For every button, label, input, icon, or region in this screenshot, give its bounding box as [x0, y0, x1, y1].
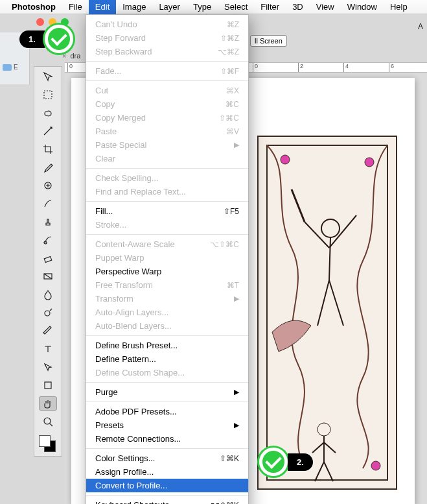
menu-item-paste: Paste⌘V	[86, 125, 248, 138]
menu-type[interactable]: Type	[187, 0, 218, 14]
menu-filter[interactable]: Filter	[254, 0, 286, 14]
menu-layer[interactable]: Layer	[152, 0, 187, 14]
menu-shortcut: ⌘X	[226, 86, 239, 95]
menu-separator	[86, 448, 248, 449]
menu-item-label: Clear	[95, 154, 115, 163]
menu-item-define-pattern[interactable]: Define Pattern...	[86, 352, 248, 366]
ruler-tick: 2	[298, 63, 303, 73]
svg-point-5	[365, 158, 374, 167]
tool-shape[interactable]	[39, 378, 57, 392]
submenu-arrow-icon: ▶	[234, 141, 239, 149]
menu-item-find-and-replace-text: Find and Replace Text...	[86, 185, 248, 198]
tool-blur[interactable]	[39, 287, 57, 302]
tool-history-brush[interactable]	[39, 233, 57, 247]
menu-item-label: Color Settings...	[95, 453, 156, 463]
menu-item-label: Define Brush Preset...	[95, 341, 178, 350]
screen-mode-button[interactable]: ll Screen	[250, 35, 287, 47]
menu-item-keyboard-shortcuts[interactable]: Keyboard Shortcuts...⌥⇧⌘K	[86, 498, 248, 504]
tool-path-sel[interactable]	[39, 360, 57, 374]
menu-item-assign-profile[interactable]: Assign Profile...	[86, 465, 248, 479]
submenu-arrow-icon: ▶	[234, 294, 239, 303]
menu-separator	[86, 495, 248, 496]
tool-eyedropper[interactable]	[39, 160, 57, 174]
menu-item-content-aware-scale: Content-Aware Scale⌥⇧⌘C	[86, 237, 248, 251]
menu-shortcut: ⌘T	[227, 281, 239, 290]
svg-point-3	[317, 423, 330, 436]
svg-rect-14	[45, 382, 51, 389]
svg-rect-8	[44, 91, 52, 99]
menu-separator	[86, 335, 248, 336]
tool-eraser[interactable]	[39, 251, 57, 265]
check-icon	[45, 25, 73, 53]
menu-item-remote-connections[interactable]: Remote Connections...	[86, 432, 248, 446]
menu-item-label: Assign Profile...	[95, 467, 154, 477]
tool-gradient[interactable]	[39, 269, 57, 283]
menu-shortcut: ⇧F5	[224, 207, 239, 216]
menu-item-label: Check Spelling...	[95, 173, 159, 183]
menu-shortcut: ⌥⇧⌘K	[211, 501, 239, 505]
color-swatches[interactable]	[39, 435, 57, 453]
menu-item-transform: Transform▶	[86, 292, 248, 306]
menu-view[interactable]: View	[310, 0, 341, 14]
tool-hand[interactable]	[39, 396, 57, 411]
tool-brush[interactable]	[39, 197, 57, 211]
menu-item-auto-align-layers: Auto-Align Layers...	[86, 306, 248, 319]
menu-item-label: Step Forward	[95, 33, 146, 43]
submenu-arrow-icon: ▶	[234, 421, 239, 429]
annotation-2: 2.	[259, 448, 313, 476]
finder-folder[interactable]: E	[3, 64, 18, 71]
tool-lasso[interactable]	[39, 106, 57, 120]
menu-item-adobe-pdf-presets[interactable]: Adobe PDF Presets...	[86, 405, 248, 418]
menu-item-label: Define Custom Shape...	[95, 368, 185, 378]
annotation-1-label: 1.	[19, 30, 45, 48]
menu-separator	[86, 402, 248, 402]
menu-item-perspective-warp[interactable]: Perspective Warp	[86, 265, 248, 278]
menu-item-label: Purge	[95, 387, 118, 397]
tool-healing[interactable]	[39, 178, 57, 193]
menu-item-paste-special: Paste Special▶	[86, 138, 248, 152]
menu-item-presets[interactable]: Presets▶	[86, 418, 248, 432]
menu-item-fade: Fade...⇧⌘F	[86, 64, 248, 78]
svg-rect-0	[258, 136, 397, 489]
menu-item-puppet-warp: Puppet Warp	[86, 251, 248, 265]
menu-item-copy: Copy⌘C	[86, 97, 248, 111]
menu-item-label: Cut	[95, 86, 108, 95]
menu-item-label: Presets	[95, 420, 124, 430]
tool-type[interactable]	[39, 342, 57, 356]
menu-edit[interactable]: Edit	[89, 0, 116, 14]
menu-item-stroke: Stroke...	[86, 218, 248, 232]
menu-item-free-transform: Free Transform⌘T	[86, 278, 248, 292]
menu-window[interactable]: Window	[341, 0, 384, 14]
menu-shortcut: ⇧⌘K	[220, 454, 239, 463]
menu-item-can-t-undo: Can't Undo⌘Z	[86, 18, 248, 31]
menu-item-label: Copy	[95, 99, 115, 109]
menu-item-fill[interactable]: Fill...⇧F5	[86, 204, 248, 218]
ruler-tick: 4	[343, 63, 349, 73]
menu-item-define-brush-preset[interactable]: Define Brush Preset...	[86, 339, 248, 352]
menu-select[interactable]: Select	[218, 0, 254, 14]
menu-item-convert-to-profile[interactable]: Convert to Profile...	[86, 479, 248, 492]
menu-item-label: Step Backward	[95, 47, 152, 56]
tool-zoom[interactable]	[39, 414, 57, 429]
tool-pen[interactable]	[39, 324, 57, 338]
tool-dodge[interactable]	[39, 306, 57, 320]
document-artwork	[253, 131, 402, 494]
annotation-2-label: 2.	[288, 453, 313, 471]
menu-item-color-settings[interactable]: Color Settings...⇧⌘K	[86, 451, 248, 465]
tool-stamp[interactable]	[39, 215, 57, 229]
menu-item-label: Perspective Warp	[95, 267, 161, 276]
folder-icon	[3, 64, 12, 71]
menu-item-label: Fade...	[95, 66, 121, 76]
tool-crop[interactable]	[39, 142, 57, 156]
tool-marquee[interactable]	[39, 88, 57, 102]
menu-image[interactable]: Image	[116, 0, 152, 14]
menu-3d[interactable]: 3D	[286, 0, 310, 14]
menu-item-label: Can't Undo	[95, 19, 137, 29]
menu-file[interactable]: File	[62, 0, 89, 14]
menu-item-clear: Clear	[86, 152, 248, 165]
tool-wand[interactable]	[39, 124, 57, 138]
tool-move[interactable]	[39, 69, 57, 84]
menu-item-purge[interactable]: Purge▶	[86, 385, 248, 399]
menu-shortcut: ⇧⌘Z	[220, 34, 239, 43]
menu-help[interactable]: Help	[384, 0, 414, 14]
